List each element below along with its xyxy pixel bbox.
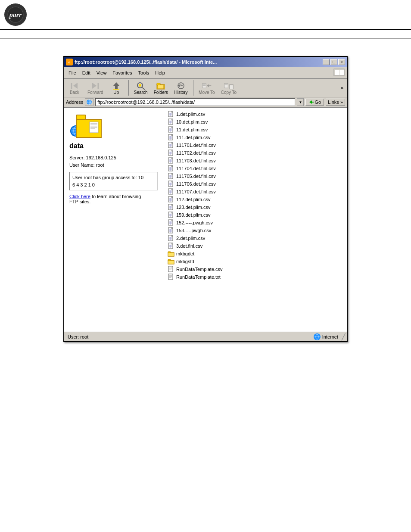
list-item[interactable]: 3.det.finl.csv — [167, 242, 343, 250]
list-item[interactable]: 111706.det.finl.csv — [167, 180, 343, 188]
moveto-button[interactable]: Move To — [197, 81, 217, 96]
click-here-link[interactable]: Click here — [69, 194, 90, 199]
address-dropdown[interactable]: ▼ — [297, 98, 304, 106]
folder-icon-large — [69, 112, 108, 140]
svg-marker-9 — [92, 83, 97, 89]
file-name: 2.det.plim.csv — [176, 236, 205, 241]
menu-help[interactable]: Help — [153, 69, 168, 76]
file-type-icon — [168, 134, 174, 141]
file-name: 1.det.plim.csv — [176, 112, 205, 117]
file-type-icon — [168, 180, 174, 187]
internet-icon — [314, 333, 321, 340]
list-item[interactable]: 1.det.plim.csv — [167, 110, 343, 118]
svg-rect-32 — [230, 86, 233, 86]
copyto-button[interactable]: Copy To — [219, 81, 239, 96]
file-name: 112.det.plim.csv — [176, 197, 210, 202]
list-item[interactable]: 10.det.plim.csv — [167, 118, 343, 126]
folders-button[interactable]: Folders — [152, 81, 170, 96]
list-item[interactable]: RunDataTemplate.txt — [167, 273, 343, 281]
close-button[interactable]: × — [338, 59, 345, 65]
right-panel: 1.det.plim.csv 10.det.plim.csv 11.det.pl… — [163, 108, 347, 332]
menu-edit[interactable]: Edit — [80, 69, 93, 76]
forward-button[interactable]: Forward — [86, 81, 105, 96]
file-name: 111702.det.finl.csv — [176, 150, 216, 156]
menu-favorites[interactable]: Favorites — [110, 69, 134, 76]
file-name: 111.det.plim.csv — [176, 135, 210, 140]
svg-rect-45 — [90, 123, 97, 124]
list-item[interactable]: 111705.det.finl.csv — [167, 172, 343, 180]
content-area: data Server: 192.168.0.125 User Name: ro… — [64, 108, 347, 332]
list-item[interactable]: 11.det.plim.csv — [167, 126, 343, 134]
info-box: User root has group access to: 106 4 3 2… — [69, 172, 158, 190]
forward-label: Forward — [87, 90, 103, 95]
svg-rect-48 — [90, 127, 97, 128]
window-title: ftp://root:rootroot@192.168.0.125/../fla… — [75, 59, 217, 65]
file-type-icon — [168, 258, 174, 265]
file-name: 11.det.plim.csv — [176, 127, 208, 132]
address-input[interactable] — [95, 98, 295, 106]
list-item[interactable]: 153.---.pwgh.csv — [167, 227, 343, 234]
list-item[interactable]: RunDataTemplate.csv — [167, 265, 343, 273]
list-item[interactable]: mkbgdet — [167, 250, 343, 258]
links-button[interactable]: Links » — [326, 99, 345, 106]
file-type-icon — [168, 235, 174, 242]
copyto-label: Copy To — [221, 90, 237, 95]
list-item[interactable]: 111702.det.finl.csv — [167, 149, 343, 157]
list-item[interactable]: 111707.det.finl.csv — [167, 188, 343, 196]
folders-label: Folders — [154, 90, 168, 95]
back-button[interactable]: Back — [66, 81, 83, 96]
list-item[interactable]: 111703.det.finl.csv — [167, 157, 343, 165]
list-item[interactable]: 123.det.plim.csv — [167, 203, 343, 211]
folder-body — [76, 119, 102, 138]
resize-handle[interactable]: ╱ — [342, 333, 345, 340]
svg-rect-6 — [339, 70, 344, 75]
list-item[interactable]: 112.det.plim.csv — [167, 196, 343, 203]
list-item[interactable]: mkbgstd — [167, 258, 343, 265]
list-item[interactable]: 152.----.pwgh.csv — [167, 219, 343, 227]
browse-text: Click here to learn about browsingFTP si… — [69, 194, 158, 204]
up-icon — [111, 81, 121, 90]
svg-rect-5 — [335, 70, 339, 75]
file-type-icon — [168, 274, 174, 280]
logo: parr — [4, 3, 27, 26]
history-button[interactable]: History — [172, 81, 190, 96]
list-item[interactable]: 159.det.plim.csv — [167, 211, 343, 219]
restore-button[interactable]: □ — [330, 59, 337, 65]
file-type-icon — [168, 204, 174, 211]
status-bar: User: root Internet ╱ — [64, 332, 347, 341]
address-bar: Address ▼ Go — [64, 97, 347, 108]
file-name: RunDataTemplate.txt — [176, 274, 221, 280]
menu-tools[interactable]: Tools — [136, 69, 152, 76]
file-type-icon — [168, 118, 174, 125]
minimize-button[interactable]: _ — [323, 59, 330, 65]
go-button[interactable]: Go — [305, 99, 324, 106]
svg-rect-160 — [168, 253, 174, 256]
svg-marker-37 — [309, 100, 314, 104]
server-info: Server: 192.168.0.125 User Name: root — [69, 154, 158, 168]
list-item[interactable]: 111.det.plim.csv — [167, 134, 343, 141]
file-name: 3.det.finl.csv — [176, 243, 202, 249]
search-button[interactable]: Search — [132, 81, 149, 96]
file-type-icon — [168, 227, 174, 234]
up-button[interactable]: Up — [108, 81, 125, 96]
up-label: Up — [113, 90, 119, 95]
title-bar-buttons: _ □ × — [323, 59, 345, 65]
list-item[interactable]: 111704.det.finl.csv — [167, 165, 343, 172]
file-name: mkbgstd — [176, 259, 194, 264]
menu-file[interactable]: File — [66, 69, 79, 76]
links-label: Links » — [328, 100, 343, 105]
menu-view[interactable]: View — [94, 69, 109, 76]
list-item[interactable]: 2.det.plim.csv — [167, 234, 343, 242]
file-type-icon — [168, 188, 174, 195]
file-name: 152.----.pwgh.csv — [176, 220, 213, 225]
list-item[interactable]: 111701.det.finl.csv — [167, 141, 343, 149]
svg-rect-18 — [158, 85, 164, 89]
status-right: Internet — [310, 333, 342, 340]
file-type-icon — [168, 219, 174, 226]
file-type-icon — [168, 165, 174, 172]
svg-line-14 — [142, 87, 145, 90]
svg-rect-23 — [202, 84, 206, 85]
toolbar-more[interactable]: » — [339, 84, 345, 91]
file-type-icon — [168, 250, 174, 257]
title-bar-left: e ftp://root:rootroot@192.168.0.125/../f… — [66, 59, 217, 65]
